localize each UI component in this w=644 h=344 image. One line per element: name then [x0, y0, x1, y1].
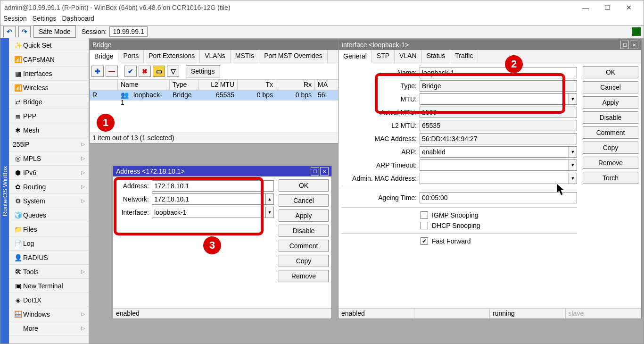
menu-session[interactable]: Session	[3, 15, 27, 25]
remove-button[interactable]: —	[106, 66, 118, 77]
admin-mac-field[interactable]	[420, 173, 577, 184]
menu-settings[interactable]: Settings	[33, 15, 57, 25]
sidebar-item-capsman[interactable]: 📶CAPsMAN	[9, 52, 89, 67]
sidebar-item-log[interactable]: 📄Log	[9, 236, 89, 251]
tab-general[interactable]: General	[339, 50, 372, 63]
sidebar-item-routing[interactable]: ✿Routing▷	[9, 180, 89, 194]
col-l2mtu[interactable]: L2 MTU	[199, 80, 238, 90]
undo-button[interactable]: ↶	[3, 26, 16, 37]
sidebar-item-mpls[interactable]: ◎MPLS▷	[9, 151, 89, 166]
copy-button[interactable]: Copy	[279, 255, 329, 267]
interface-window-close-icon[interactable]: ✕	[630, 41, 638, 49]
sidebar-item-queues[interactable]: 🧊Queues	[9, 208, 89, 222]
ok-button[interactable]: OK	[583, 66, 638, 78]
admin-mac-dropdown-icon[interactable]: ▼	[569, 173, 577, 184]
interface-field[interactable]	[152, 207, 274, 218]
tab-stp[interactable]: STP	[372, 50, 395, 63]
col-rx[interactable]: Rx	[276, 80, 315, 90]
arp-dropdown-icon[interactable]: ▼	[569, 146, 577, 158]
comment-button[interactable]: Comment	[279, 240, 329, 252]
disable-button[interactable]: Disable	[279, 225, 329, 237]
enable-button[interactable]: ✔	[124, 66, 137, 77]
remove-button[interactable]: Remove	[583, 157, 638, 169]
arp-timeout-dropdown-icon[interactable]: ▼	[569, 159, 577, 171]
cancel-button[interactable]: Cancel	[279, 194, 329, 207]
main-toolbar: ↶ ↷ Safe Mode Session: 10.99.99.1	[0, 25, 644, 38]
tab-status[interactable]: Status	[422, 50, 451, 63]
comment-button[interactable]: ▭	[153, 66, 165, 77]
disable-button[interactable]: Disable	[583, 111, 638, 124]
tab-bridge[interactable]: Bridge	[90, 50, 118, 63]
network-field[interactable]	[152, 193, 274, 205]
tab-traffic[interactable]: Traffic	[450, 50, 478, 63]
arp-field[interactable]	[420, 146, 577, 158]
sidebar-item-mesh[interactable]: ✱Mesh	[9, 123, 89, 137]
sidebar-item-ppp[interactable]: ≣PPP	[9, 109, 89, 123]
menu-dashboard[interactable]: Dashboard	[62, 15, 94, 25]
copy-button[interactable]: Copy	[583, 142, 638, 154]
vertical-app-tab[interactable]: RouterOS WinBox	[0, 38, 9, 344]
sidebar-item-new-terminal[interactable]: ▣New Terminal	[9, 279, 89, 293]
apply-button[interactable]: Apply	[279, 210, 329, 222]
sidebar-item-bridge[interactable]: ⇄Bridge	[9, 95, 89, 109]
comment-button[interactable]: Comment	[583, 126, 638, 139]
col-type[interactable]: Type	[170, 80, 199, 90]
network-up-icon[interactable]: ▲	[265, 193, 274, 205]
sidebar-item-dot1x[interactable]: ◈Dot1X	[9, 293, 89, 307]
sidebar-item-more[interactable]: More▷	[9, 321, 89, 336]
address-window-titlebar[interactable]: Address <172.18.10.1> ☐ ✕	[113, 166, 331, 176]
sidebar-icon: 📶	[13, 56, 23, 63]
dhcp-checkbox[interactable]	[421, 222, 428, 229]
col-name[interactable]: Name	[118, 80, 170, 90]
tab-mstis[interactable]: MSTIs	[231, 50, 259, 63]
sidebar-item-ip[interactable]: 255IP▷	[9, 137, 89, 151]
maximize-button[interactable]: ☐	[596, 0, 618, 15]
tab-port-extensions[interactable]: Port Extensions	[144, 50, 200, 63]
torch-button[interactable]: Torch	[583, 172, 638, 184]
sidebar-item-radius[interactable]: 👤RADIUS	[9, 251, 89, 265]
add-button[interactable]: ✚	[91, 66, 104, 77]
settings-button[interactable]: Settings	[186, 65, 220, 77]
sidebar-item-tools[interactable]: 🛠Tools▷	[9, 265, 89, 279]
sidebar-item-files[interactable]: 📁Files	[9, 222, 89, 236]
interface-window-titlebar[interactable]: Interface <loopback-1> ☐ ✕	[339, 40, 641, 50]
interface-window: Interface <loopback-1> ☐ ✕ GeneralSTPVLA…	[338, 39, 642, 319]
status-spare	[414, 309, 490, 319]
col-tx[interactable]: Tx	[238, 80, 276, 90]
sidebar-item-system[interactable]: ⚙System▷	[9, 194, 89, 208]
sidebar-item-windows[interactable]: 🪟Windows▷	[9, 307, 89, 321]
interface-window-maximize-icon[interactable]: ☐	[620, 41, 629, 49]
safe-mode-button[interactable]: Safe Mode	[33, 25, 76, 38]
cancel-button[interactable]: Cancel	[583, 81, 638, 93]
remove-button[interactable]: Remove	[279, 270, 329, 282]
sidebar-item-wireless[interactable]: 📶Wireless	[9, 81, 89, 95]
tab-port-mst-overrides[interactable]: Port MST Overrides	[259, 50, 327, 63]
arp-timeout-field[interactable]	[420, 159, 577, 171]
mtu-dropdown-icon[interactable]: ▼	[569, 93, 577, 105]
ok-button[interactable]: OK	[279, 179, 329, 192]
sidebar-item-interfaces[interactable]: ▦Interfaces	[9, 67, 89, 81]
mtu-field[interactable]	[420, 93, 577, 105]
igmp-checkbox[interactable]	[421, 211, 428, 219]
close-button[interactable]: ✕	[618, 0, 640, 15]
tab-ports[interactable]: Ports	[118, 50, 144, 63]
ageing-field[interactable]	[420, 192, 577, 203]
fast-forward-checkbox[interactable]: ✔	[421, 237, 428, 245]
mac-field	[420, 133, 577, 144]
sidebar-item-quick-set[interactable]: ✨Quick Set	[9, 38, 89, 52]
tab-vlan[interactable]: VLAN	[395, 50, 422, 63]
disable-button[interactable]: ✖	[139, 66, 151, 77]
tab-vlans[interactable]: VLANs	[200, 50, 231, 63]
apply-button[interactable]: Apply	[583, 96, 638, 109]
row-name: 👥 loopback-1	[118, 90, 170, 101]
sidebar-item-ipv6[interactable]: ⬢IPv6▷	[9, 166, 89, 180]
filter-button[interactable]: ▽	[167, 66, 179, 77]
redo-button[interactable]: ↷	[18, 26, 31, 37]
address-window: Address <172.18.10.1> ☐ ✕ Address: Netwo…	[113, 166, 332, 319]
address-field[interactable]	[152, 180, 274, 192]
interface-dropdown-icon[interactable]: ▼	[265, 207, 274, 218]
name-field[interactable]	[420, 67, 577, 78]
address-window-maximize-icon[interactable]: ☐	[311, 167, 319, 176]
minimize-button[interactable]: —	[575, 0, 596, 15]
address-window-close-icon[interactable]: ✕	[320, 167, 329, 176]
